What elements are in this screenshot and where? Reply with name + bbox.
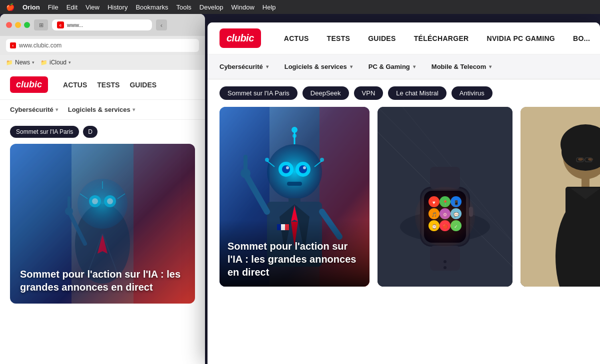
svg-rect-34 xyxy=(287,182,302,186)
bookmark-icloud[interactable]: 📁 iCloud ▾ xyxy=(40,59,71,66)
subnav-pc-label: PC & Gaming xyxy=(368,63,410,70)
nav-telecharger[interactable]: TÉLÉCHARGER xyxy=(405,22,478,54)
svg-point-41 xyxy=(292,127,298,133)
tag-deepseek[interactable]: DeepSeek xyxy=(302,86,349,100)
back-hero-title: Sommet pour l'action sur l'IA : les gran… xyxy=(20,268,185,294)
clubic-logo[interactable]: clubic xyxy=(220,28,261,48)
chevron-news: ▾ xyxy=(32,60,34,65)
nav-guides[interactable]: GUIDES xyxy=(359,22,404,54)
menu-edit[interactable]: Edit xyxy=(66,3,78,11)
sub-navigation: Cybersécurité ▾ Logiciels & services ▾ P… xyxy=(208,54,600,79)
browser-window-front: clubic ACTUS TESTS GUIDES TÉLÉCHARGER NV… xyxy=(208,22,600,364)
svg-point-31 xyxy=(299,165,307,173)
svg-point-33 xyxy=(303,166,306,169)
subnav-mobile[interactable]: Mobile & Telecom ▾ xyxy=(432,63,492,70)
article-card-ai-summit[interactable]: Sommet pour l'action sur l'IA : les gran… xyxy=(220,107,370,287)
back-tag-d[interactable]: D xyxy=(83,126,98,138)
menu-help[interactable]: Help xyxy=(262,3,276,11)
back-subnav-cyber[interactable]: Cybersécurité ▾ xyxy=(10,106,58,113)
svg-point-80 xyxy=(578,158,583,161)
article-overlay-1: Sommet pour l'action sur l'IA : les gran… xyxy=(220,220,370,287)
chevron-pc: ▾ xyxy=(413,64,416,69)
back-hero-article[interactable]: Sommet pour l'action sur l'IA : les gran… xyxy=(10,144,195,304)
back-site-header: clubic ACTUS TESTS GUIDES xyxy=(0,70,205,100)
tab-favicon-back: c xyxy=(57,21,64,28)
menu-develop[interactable]: Develop xyxy=(200,3,224,11)
back-main-nav: ACTUS TESTS GUIDES xyxy=(63,81,156,89)
article-card-voila[interactable]: Voilàcréefacill'IA xyxy=(520,107,600,287)
menu-view[interactable]: View xyxy=(86,3,100,11)
article-title-1: Sommet pour l'action sur l'IA : les gran… xyxy=(228,240,362,279)
subnav-cyber-label: Cybersécurité xyxy=(220,63,263,70)
tag-antivirus[interactable]: Antivirus xyxy=(452,86,492,100)
chevron-mobile: ▾ xyxy=(489,64,492,69)
subnav-cybersecurite[interactable]: Cybersécurité ▾ xyxy=(220,63,268,70)
svg-point-26 xyxy=(320,158,324,162)
minimize-button-back[interactable] xyxy=(15,22,21,28)
svg-point-25 xyxy=(265,158,269,162)
tag-vpn[interactable]: VPN xyxy=(354,86,384,100)
articles-grid: Sommet pour l'action sur l'IA : les gran… xyxy=(208,107,600,287)
back-subnav-logiciels-label: Logiciels & services xyxy=(68,106,130,113)
macos-menubar: 🍎 Orion File Edit View History Bookmarks… xyxy=(0,0,600,14)
bookmark-news-label: News xyxy=(15,59,30,66)
menu-file[interactable]: File xyxy=(48,3,58,11)
svg-point-73 xyxy=(415,187,475,247)
article-card-apple-watch[interactable]: ♥ 📍 📱 🎵 ⚙ 💬 ⌚ 🔴 ✓ xyxy=(378,107,512,287)
nav-nvidia[interactable]: NVIDIA PC GAMING xyxy=(478,22,564,54)
back-clubic-logo[interactable]: clubic xyxy=(10,76,48,93)
url-favicon-back: c xyxy=(10,42,16,48)
url-bar-back: c www.clubic.com xyxy=(0,36,205,55)
menu-bookmarks[interactable]: Bookmarks xyxy=(136,3,168,11)
menu-orion[interactable]: Orion xyxy=(22,3,40,11)
close-button-back[interactable] xyxy=(6,22,12,28)
chevron-icloud: ▾ xyxy=(68,60,71,65)
nav-tests[interactable]: TESTS xyxy=(318,22,360,54)
tag-mistral[interactable]: Le chat Mistral xyxy=(388,86,446,100)
site-header: clubic ACTUS TESTS GUIDES TÉLÉCHARGER NV… xyxy=(208,22,600,54)
chevron-cyber-back: ▾ xyxy=(56,107,58,112)
subnav-mobile-label: Mobile & Telecom xyxy=(432,63,486,70)
bookmarks-bar-back: 📁 News ▾ 📁 iCloud ▾ xyxy=(0,55,205,70)
tab-bar-back: ⊞ c www... ‹ xyxy=(0,14,205,36)
apple-icon[interactable]: 🍎 xyxy=(6,3,14,11)
main-navigation: ACTUS TESTS GUIDES TÉLÉCHARGER NVIDIA PC… xyxy=(275,22,599,54)
svg-rect-68 xyxy=(430,167,460,189)
chevron-cyber: ▾ xyxy=(266,64,268,69)
maximize-button-back[interactable] xyxy=(24,22,30,28)
svg-point-7 xyxy=(92,198,98,204)
back-subnav-logiciels[interactable]: Logiciels & services ▾ xyxy=(68,106,135,113)
folder-icon-news: 📁 xyxy=(6,59,13,66)
traffic-lights-back xyxy=(6,22,30,28)
bookmark-icloud-label: iCloud xyxy=(50,59,66,66)
back-tag-sommet[interactable]: Sommet sur l'IA Paris xyxy=(10,126,79,138)
folder-icon-icloud: 📁 xyxy=(40,59,48,66)
menu-items: Orion File Edit View History Bookmarks T… xyxy=(22,3,276,11)
svg-rect-39 xyxy=(288,198,300,204)
svg-point-71 xyxy=(444,266,446,269)
chevron-logiciels-back: ▾ xyxy=(132,107,135,112)
back-nav-tests[interactable]: TESTS xyxy=(97,81,120,89)
url-input-back[interactable]: c www.clubic.com xyxy=(6,39,199,52)
tags-bar: Sommet sur l'IA Paris DeepSeek VPN Le ch… xyxy=(208,79,600,107)
nav-actus[interactable]: ACTUS xyxy=(275,22,318,54)
subnav-pc-gaming[interactable]: PC & Gaming ▾ xyxy=(368,63,416,70)
back-nav-actus[interactable]: ACTUS xyxy=(63,81,87,89)
active-tab-back[interactable]: c www... xyxy=(52,19,152,30)
subnav-logiciels[interactable]: Logiciels & services ▾ xyxy=(284,63,352,70)
sidebar-toggle-back[interactable]: ⊞ xyxy=(34,19,48,30)
svg-point-24 xyxy=(267,144,322,199)
tag-sommet[interactable]: Sommet sur l'IA Paris xyxy=(220,86,298,100)
back-button-back[interactable]: ‹ xyxy=(156,19,167,30)
bookmark-news[interactable]: 📁 News ▾ xyxy=(6,59,34,66)
chevron-logiciels: ▾ xyxy=(350,64,352,69)
menu-history[interactable]: History xyxy=(108,3,128,11)
svg-point-8 xyxy=(107,198,113,204)
back-nav-guides[interactable]: GUIDES xyxy=(130,81,156,89)
menu-window[interactable]: Window xyxy=(232,3,254,11)
menu-tools[interactable]: Tools xyxy=(176,3,191,11)
nav-more[interactable]: BO... xyxy=(564,22,599,54)
back-subnav-cyber-label: Cybersécurité xyxy=(10,106,54,113)
browser-window-back: ⊞ c www... ‹ c www.clubic.com 📁 News ▾ 📁… xyxy=(0,14,205,364)
back-subnav: Cybersécurité ▾ Logiciels & services ▾ xyxy=(0,100,205,120)
